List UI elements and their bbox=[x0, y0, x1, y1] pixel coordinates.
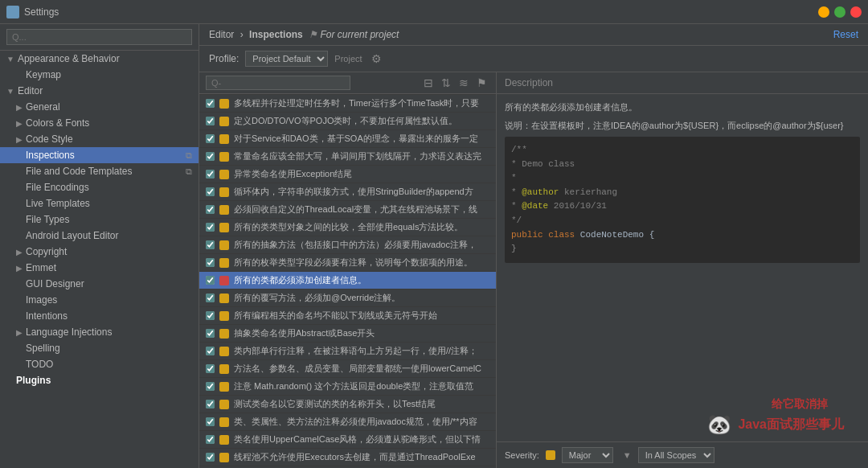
item-checkbox[interactable] bbox=[206, 134, 215, 143]
sidebar-item-spelling[interactable]: ▶Spelling bbox=[0, 340, 199, 356]
list-item[interactable]: 多线程并行处理定时任务时，Timer运行多个TimeTask时，只要 bbox=[199, 95, 496, 113]
sidebar-item-emmet[interactable]: ▶Emmet bbox=[0, 260, 199, 276]
sidebar-item-copyright[interactable]: ▶Copyright bbox=[0, 244, 199, 260]
sidebar-item-label: File Types bbox=[26, 214, 192, 225]
list-item[interactable]: 方法名、参数名、成员变量、局部变量都统一使用lowerCamelC bbox=[199, 360, 496, 378]
item-checkbox[interactable] bbox=[206, 205, 215, 214]
arrow-icon: ▶ bbox=[16, 328, 23, 337]
severity-select[interactable]: Major Minor Critical bbox=[562, 447, 613, 463]
list-item[interactable]: 所有的类都必须添加创建者信息。 bbox=[199, 272, 496, 289]
item-checkbox[interactable] bbox=[206, 435, 215, 444]
list-item[interactable]: 类内部单行行注释，在被注释语句上方另起一行，使用//注释； bbox=[199, 343, 496, 360]
status-dot bbox=[219, 417, 229, 427]
filter-icon-2[interactable]: ⇅ bbox=[439, 76, 453, 90]
sidebar-item-appearance-behavior[interactable]: ▼Appearance & Behavior bbox=[0, 51, 199, 67]
list-item[interactable]: 所有的类类型对象之间的比较，全部使用equals方法比较。 bbox=[199, 219, 496, 236]
item-checkbox[interactable] bbox=[206, 187, 215, 196]
item-checkbox[interactable] bbox=[206, 170, 215, 179]
sidebar-item-todo[interactable]: ▶TODO bbox=[0, 356, 199, 372]
item-checkbox[interactable] bbox=[206, 382, 215, 391]
list-item-text: 所有的枚举类型字段必须要有注释，说明每个数据项的用途。 bbox=[234, 257, 489, 269]
sidebar-item-images[interactable]: ▶Images bbox=[0, 292, 199, 308]
breadcrumb-sep: › bbox=[240, 29, 246, 40]
item-checkbox[interactable] bbox=[206, 453, 215, 462]
list-item-text: 测试类命名以它要测试的类的名称开头，以Test结尾 bbox=[234, 398, 489, 410]
list-item[interactable]: 注意 Math.random() 这个方法返回是double类型，注意取值范 bbox=[199, 378, 496, 396]
item-checkbox[interactable] bbox=[206, 276, 215, 285]
sidebar-item-file-types[interactable]: ▶File Types bbox=[0, 211, 199, 228]
sidebar-item-label: Editor bbox=[18, 85, 192, 96]
reset-button[interactable]: Reset bbox=[833, 29, 858, 40]
sidebar-item-editor[interactable]: ▼Editor bbox=[0, 83, 199, 99]
list-item[interactable]: 测试类命名以它要测试的类的名称开头，以Test结尾 bbox=[199, 396, 496, 413]
filter-input[interactable] bbox=[206, 76, 350, 90]
list-item[interactable]: 类、类属性、类方法的注释必须使用javadoc规范，使用/**内容 bbox=[199, 413, 496, 431]
item-checkbox[interactable] bbox=[206, 258, 215, 267]
status-dot bbox=[219, 258, 229, 268]
profile-select[interactable]: Project Default Default bbox=[245, 51, 328, 67]
sidebar-search-input[interactable] bbox=[6, 29, 192, 45]
inspections-list-panel: ⊟ ⇅ ≋ ⚑ 在if/else/for/while/do语句中必须使用大括号，… bbox=[199, 72, 497, 468]
list-item[interactable]: 异常类命名使用Exception结尾 bbox=[199, 166, 496, 183]
list-item[interactable]: 所有的覆写方法，必须加@Override注解。 bbox=[199, 289, 496, 307]
profile-gear-icon[interactable]: ⚙ bbox=[369, 51, 384, 66]
breadcrumb: Editor › Inspections ⚑ For current proje… bbox=[209, 29, 833, 40]
list-item[interactable]: 循环体内，字符串的联接方式，使用StringBuilder的append方 bbox=[199, 183, 496, 201]
list-item[interactable]: 所有编程相关的命名均不能以下划线或美元符号开始 bbox=[199, 307, 496, 325]
filter-icon-4[interactable]: ⚑ bbox=[474, 76, 489, 90]
sidebar-item-language-injections[interactable]: ▶Language Injections bbox=[0, 324, 199, 340]
profile-tag: Project bbox=[334, 54, 362, 64]
sidebar-item-label: Language Injections bbox=[26, 326, 192, 338]
sidebar-item-file-code-templates[interactable]: ▶File and Code Templates⧉ bbox=[0, 163, 199, 179]
item-checkbox[interactable] bbox=[206, 329, 215, 338]
scope-select[interactable]: In All Scopes In Scope bbox=[638, 447, 714, 463]
list-item-text: 所有的类都必须添加创建者信息。 bbox=[234, 274, 489, 286]
sidebar-item-general[interactable]: ▶General bbox=[0, 99, 199, 115]
item-checkbox[interactable] bbox=[206, 417, 215, 426]
profile-label: Profile: bbox=[209, 53, 239, 64]
filter-icon-1[interactable]: ⊟ bbox=[421, 76, 436, 90]
list-item-text: 方法名、参数名、成员变量、局部变量都统一使用lowerCamelC bbox=[234, 363, 489, 375]
minimize-button[interactable] bbox=[818, 6, 829, 18]
item-checkbox[interactable] bbox=[206, 117, 215, 125]
sidebar-item-intentions[interactable]: ▶Intentions bbox=[0, 308, 199, 324]
item-checkbox[interactable] bbox=[206, 223, 215, 232]
item-checkbox[interactable] bbox=[206, 99, 215, 108]
item-checkbox[interactable] bbox=[206, 240, 215, 249]
list-item[interactable]: 所有的枚举类型字段必须要有注释，说明每个数据项的用途。 bbox=[199, 254, 496, 272]
sidebar-item-keymap[interactable]: ▶Keymap bbox=[0, 67, 199, 83]
item-checkbox[interactable] bbox=[206, 152, 215, 161]
sidebar-search-box bbox=[0, 24, 199, 51]
sidebar-item-plugins[interactable]: ▶Plugins bbox=[0, 372, 199, 388]
list-item[interactable]: 对于Service和DAO类，基于SOA的理念，暴露出来的服务一定 bbox=[199, 130, 496, 148]
list-item[interactable]: 线程池不允许使用Executors去创建，而是通过ThreadPoolExe bbox=[199, 449, 496, 466]
list-item[interactable]: 定义DO/DTO/VO等POJO类时，不要加任何属性默认值。 bbox=[199, 113, 496, 130]
item-checkbox[interactable] bbox=[206, 294, 215, 302]
filter-icon-3[interactable]: ≋ bbox=[457, 76, 471, 90]
item-checkbox[interactable] bbox=[206, 347, 215, 355]
list-item[interactable]: 类名使用UpperCamelCase风格，必须遵从驼峰形式，但以下情 bbox=[199, 431, 496, 449]
sidebar-item-android-layout-editor[interactable]: ▶Android Layout Editor bbox=[0, 228, 199, 244]
item-checkbox[interactable] bbox=[206, 364, 215, 373]
item-checkbox[interactable] bbox=[206, 311, 215, 320]
breadcrumb-editor: Editor bbox=[209, 29, 234, 40]
maximize-button[interactable] bbox=[834, 6, 845, 18]
status-dot bbox=[219, 205, 229, 215]
list-item-text: 抽象类命名使用Abstract或Base开头 bbox=[234, 327, 489, 339]
sidebar-item-code-style[interactable]: ▶Code Style bbox=[0, 131, 199, 147]
sidebar-item-colors-fonts[interactable]: ▶Colors & Fonts bbox=[0, 115, 199, 131]
status-dot bbox=[219, 311, 229, 321]
arrow-icon: ▼ bbox=[6, 55, 14, 64]
list-item[interactable]: 抽象类命名使用Abstract或Base开头 bbox=[199, 325, 496, 343]
sidebar-item-inspections[interactable]: ▶Inspections⧉ bbox=[0, 147, 199, 163]
desc-header: Description bbox=[497, 72, 868, 94]
sidebar-item-gui-designer[interactable]: ▶GUI Designer bbox=[0, 276, 199, 292]
item-checkbox[interactable] bbox=[206, 400, 215, 408]
list-item[interactable]: 常量命名应该全部大写，单词间用下划线隔开，力求语义表达完 bbox=[199, 148, 496, 166]
arrow-icon: ▶ bbox=[16, 135, 23, 144]
sidebar-item-file-encodings[interactable]: ▶File Encodings bbox=[0, 179, 199, 195]
list-item[interactable]: 所有的抽象方法（包括接口中的方法）必须要用javadoc注释， bbox=[199, 236, 496, 254]
close-button[interactable] bbox=[850, 6, 862, 18]
sidebar-item-live-templates[interactable]: ▶Live Templates bbox=[0, 195, 199, 211]
list-item[interactable]: 必须回收自定义的ThreadLocal变量，尤其在线程池场景下，线 bbox=[199, 201, 496, 219]
